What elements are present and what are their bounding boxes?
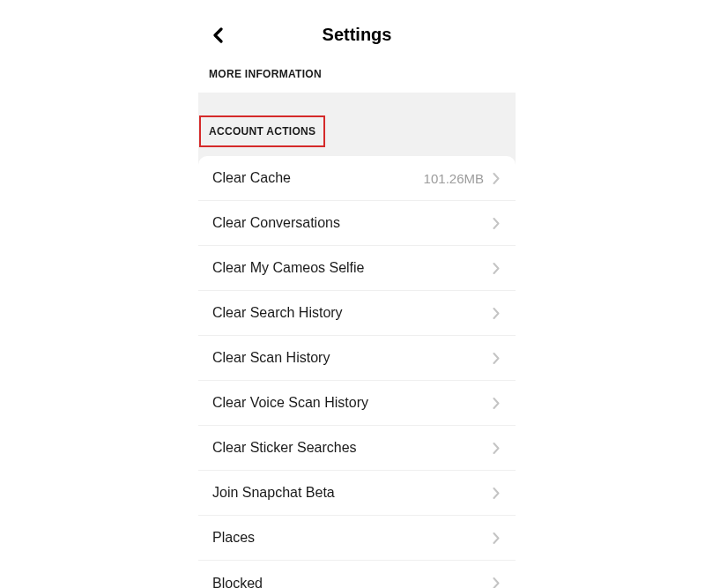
row-label: Clear Conversations xyxy=(212,215,484,231)
row-clear-cache[interactable]: Clear Cache 101.26MB xyxy=(198,156,516,201)
row-join-snapchat-beta[interactable]: Join Snapchat Beta xyxy=(198,471,516,516)
row-label: Clear Scan History xyxy=(212,350,484,366)
row-label: Places xyxy=(212,530,484,546)
row-label: Clear Cache xyxy=(212,170,424,186)
back-button[interactable] xyxy=(207,25,228,46)
row-places[interactable]: Places xyxy=(198,516,516,561)
page-title: Settings xyxy=(207,25,507,45)
chevron-right-icon xyxy=(493,442,501,454)
row-label: Clear Search History xyxy=(212,305,484,321)
chevron-right-icon xyxy=(493,532,501,544)
row-label: Clear Voice Scan History xyxy=(212,395,484,411)
chevron-right-icon xyxy=(493,577,501,589)
chevron-right-icon xyxy=(493,172,501,184)
chevron-left-icon xyxy=(212,27,224,43)
row-clear-search-history[interactable]: Clear Search History xyxy=(198,291,516,336)
row-label: Blocked xyxy=(212,576,484,589)
chevron-right-icon xyxy=(493,487,501,499)
row-clear-cameos-selfie[interactable]: Clear My Cameos Selfie xyxy=(198,246,516,291)
chevron-right-icon xyxy=(493,352,501,364)
row-label: Clear My Cameos Selfie xyxy=(212,260,484,276)
chevron-right-icon xyxy=(493,217,501,229)
header-bar: Settings xyxy=(198,0,516,61)
chevron-right-icon xyxy=(493,307,501,319)
row-blocked[interactable]: Blocked xyxy=(198,561,516,588)
section-account-actions: ACCOUNT ACTIONS xyxy=(199,115,325,147)
row-value: 101.26MB xyxy=(424,171,484,186)
row-clear-voice-scan-history[interactable]: Clear Voice Scan History xyxy=(198,381,516,426)
section-more-information: MORE INFORMATION xyxy=(198,61,516,93)
row-clear-scan-history[interactable]: Clear Scan History xyxy=(198,336,516,381)
content-area: ACCOUNT ACTIONS Clear Cache 101.26MB Cle… xyxy=(198,93,516,588)
row-label: Join Snapchat Beta xyxy=(212,485,484,501)
row-clear-sticker-searches[interactable]: Clear Sticker Searches xyxy=(198,426,516,471)
account-actions-list: Clear Cache 101.26MB Clear Conversations… xyxy=(198,156,516,588)
chevron-right-icon xyxy=(493,262,501,274)
row-label: Clear Sticker Searches xyxy=(212,440,484,456)
row-clear-conversations[interactable]: Clear Conversations xyxy=(198,201,516,246)
chevron-right-icon xyxy=(493,397,501,409)
